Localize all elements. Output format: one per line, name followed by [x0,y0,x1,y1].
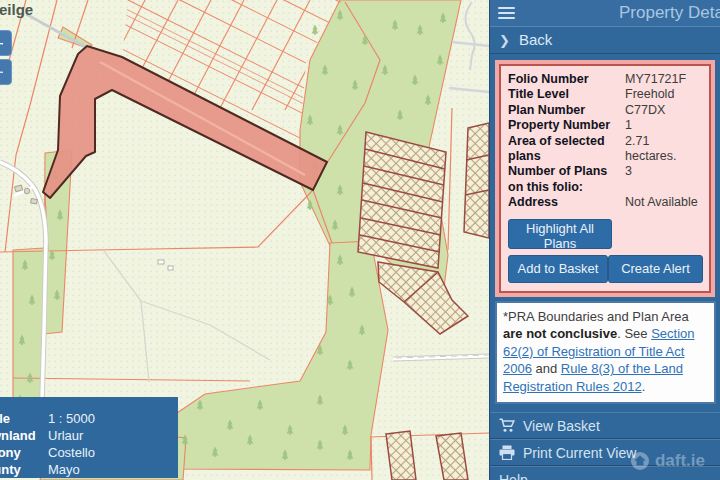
print-current-view-label: Print Current View [523,445,636,461]
cart-icon [499,418,515,433]
printer-icon [499,445,515,460]
plan-number-row: Plan Number C77DX [508,103,703,118]
scale-label: Scale [0,410,48,427]
disclaimer-box: *PRA Boundaries and Plan Area are not co… [495,301,716,405]
disclaimer-text: . [642,379,646,394]
map-area: Gaeilge + − Scale 1 : 5000 Townland Urla… [0,0,489,480]
back-button[interactable]: ❯Back [490,27,720,54]
folio-number-value: MY71721F [625,72,686,87]
scale-value: 1 : 5000 [48,410,95,427]
townland-value: Urlaur [48,427,83,444]
townland-label: Townland [0,427,48,444]
zoom-in-button[interactable]: + [0,30,12,56]
watermark-text: daft.ie [655,451,705,471]
property-details-panel: Property Details ❯Back Folio Number MY71… [489,0,720,480]
townland-row: Townland Urlaur [0,427,178,444]
view-basket-label: View Basket [523,418,600,434]
language-link[interactable]: Gaeilge [0,1,33,18]
highlight-all-plans-button[interactable]: Highlight All Plans [508,219,612,249]
plans-count-label: Number of Plans on this folio: [508,164,625,195]
chevron-right-icon: ❯ [499,28,510,54]
daft-logo-icon [630,451,650,471]
create-alert-button[interactable]: Create Alert [608,255,703,283]
folio-number-label: Folio Number [508,72,625,87]
area-label: Area of selected plans [508,134,625,165]
barony-row: Barony Costello [0,444,178,461]
disclaimer-text: . See [617,326,651,341]
plans-count-row: Number of Plans on this folio: 3 [508,164,703,195]
map-info-box: Scale 1 : 5000 Townland Urlaur Barony Co… [0,397,178,478]
view-basket-button[interactable]: View Basket [490,412,720,439]
folio-number-row: Folio Number MY71721F [508,72,703,87]
property-map-viewer: Gaeilge + − Scale 1 : 5000 Townland Urla… [0,0,720,480]
title-level-value: Freehold [625,87,674,102]
barony-value: Costello [48,444,95,461]
plan-number-label: Plan Number [508,103,625,118]
watermark: daft.ie [630,451,705,471]
plan-number-value: C77DX [625,103,665,118]
panel-header: Property Details [490,0,720,27]
area-row: Area of selected plans 2.71 hectares. [508,134,703,165]
address-label: Address [508,195,625,210]
title-level-label: Title Level [508,87,625,102]
county-value: Mayo [48,461,80,478]
county-row: County Mayo [0,461,178,478]
zoom-out-button[interactable]: − [0,59,12,85]
panel-title: Property Details [619,3,720,23]
add-to-basket-button[interactable]: Add to Basket [508,255,608,283]
title-level-row: Title Level Freehold [508,87,703,102]
plans-count-value: 3 [625,164,632,195]
disclaimer-bold-text: are not conclusive [503,326,617,341]
property-details-box: Folio Number MY71721F Title Level Freeho… [495,60,715,297]
barony-label: Barony [0,444,48,461]
property-number-label: Property Number [508,118,625,133]
property-number-row: Property Number 1 [508,118,703,133]
address-value: Not Available [625,195,698,210]
help-label: Help [499,472,528,480]
county-label: County [0,461,48,478]
disclaimer-text: *PRA Boundaries and Plan Area [503,309,689,324]
menu-icon[interactable] [498,7,515,22]
disclaimer-text: and [532,361,561,376]
area-value: 2.71 hectares. [625,134,703,165]
back-label: Back [519,31,552,48]
property-number-value: 1 [625,118,632,133]
address-row: Address Not Available [508,195,703,210]
scale-row: Scale 1 : 5000 [0,410,178,427]
